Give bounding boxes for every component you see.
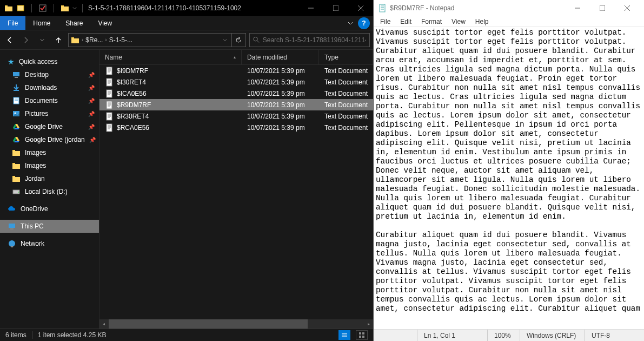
file-name: $I30RET4 bbox=[117, 78, 146, 86]
ribbon-collapse-button[interactable] bbox=[343, 16, 358, 30]
menu-edit[interactable]: Edit bbox=[396, 17, 416, 27]
folder-icon bbox=[4, 4, 13, 12]
menu-view[interactable]: View bbox=[447, 17, 470, 27]
gdrive-icon bbox=[12, 122, 21, 131]
horizontal-scrollbar[interactable]: ◂ ▸ bbox=[99, 319, 373, 329]
file-list[interactable]: $I9DM7RF10/07/2021 5:39 pmText Document$… bbox=[99, 65, 373, 319]
nav-item[interactable]: Google Drive (jordan📌 bbox=[0, 133, 99, 146]
back-button[interactable] bbox=[3, 34, 16, 47]
file-name: $RCA0E56 bbox=[117, 124, 149, 132]
nav-item[interactable]: Downloads📌 bbox=[0, 81, 99, 94]
address-dropdown-button[interactable] bbox=[221, 36, 229, 44]
network-header[interactable]: Network bbox=[0, 237, 99, 250]
search-input[interactable] bbox=[263, 36, 366, 44]
text-file-icon bbox=[105, 67, 114, 75]
scroll-right-button[interactable]: ▸ bbox=[364, 319, 373, 329]
navigation-pane[interactable]: ★Quick access Desktop📌Downloads📌Document… bbox=[0, 50, 99, 329]
recent-locations-button[interactable] bbox=[36, 34, 49, 47]
svg-rect-33 bbox=[11, 246, 13, 247]
scroll-left-button[interactable]: ◂ bbox=[99, 319, 109, 329]
pin-icon: 📌 bbox=[89, 137, 96, 143]
help-button[interactable]: ? bbox=[358, 17, 370, 29]
share-tab[interactable]: Share bbox=[58, 16, 90, 30]
chevron-right-icon[interactable]: › bbox=[82, 37, 83, 43]
column-name[interactable]: Name▴ bbox=[99, 50, 242, 64]
text-file-icon bbox=[105, 112, 114, 121]
minimize-button[interactable] bbox=[298, 0, 323, 16]
menu-file[interactable]: File bbox=[376, 17, 395, 27]
close-button[interactable] bbox=[615, 0, 640, 16]
file-row[interactable]: $RCA0E5610/07/2021 5:39 pmText Document bbox=[99, 122, 373, 133]
maximize-button[interactable] bbox=[323, 0, 348, 16]
desktop-icon bbox=[12, 70, 21, 79]
nav-item[interactable]: Images bbox=[0, 159, 99, 172]
pin-icon: 📌 bbox=[88, 72, 95, 78]
file-row[interactable]: $I30RET410/07/2021 5:39 pmText Document bbox=[99, 76, 373, 88]
menu-help[interactable]: Help bbox=[471, 17, 493, 27]
checkbox-qat-icon[interactable] bbox=[38, 4, 47, 12]
file-type: Text Document bbox=[319, 101, 373, 109]
quick-access-header[interactable]: ★Quick access bbox=[0, 55, 99, 68]
nav-item[interactable]: Documents📌 bbox=[0, 94, 99, 107]
home-tab[interactable]: Home bbox=[25, 16, 58, 30]
scrollbar-thumb[interactable] bbox=[109, 319, 308, 329]
network-icon bbox=[8, 239, 16, 248]
up-button[interactable] bbox=[52, 34, 65, 47]
file-date: 10/07/2021 5:39 pm bbox=[242, 101, 319, 109]
view-tab[interactable]: View bbox=[90, 16, 119, 30]
maximize-button[interactable] bbox=[590, 0, 615, 16]
svg-rect-67 bbox=[359, 332, 361, 335]
status-bar: 6 items 1 item selected 4.25 KB bbox=[0, 329, 373, 341]
star-icon: ★ bbox=[8, 57, 15, 66]
svg-line-13 bbox=[257, 41, 259, 43]
notepad-text-area[interactable]: Vivamus suscipit tortor eget felis portt… bbox=[374, 27, 644, 329]
column-date[interactable]: Date modified bbox=[242, 50, 319, 64]
file-type: Text Document bbox=[319, 67, 373, 75]
notepad-title: $R9DM7RF - Notepad bbox=[390, 4, 565, 12]
notepad-titlebar[interactable]: $R9DM7RF - Notepad bbox=[374, 0, 644, 16]
close-button[interactable] bbox=[348, 0, 373, 16]
file-row[interactable]: $I9DM7RF10/07/2021 5:39 pmText Document bbox=[99, 65, 373, 76]
nav-item[interactable]: Local Disk (D:) bbox=[0, 185, 99, 198]
svg-rect-1 bbox=[5, 6, 12, 11]
column-type[interactable]: Type bbox=[319, 50, 373, 64]
selection-info: 1 item selected 4.25 KB bbox=[38, 331, 107, 339]
folder-qat-icon[interactable] bbox=[61, 4, 69, 12]
this-pc-header[interactable]: This PC bbox=[0, 220, 99, 233]
minimize-button[interactable] bbox=[565, 0, 590, 16]
nav-item[interactable]: Pictures📌 bbox=[0, 107, 99, 120]
gdrive-icon bbox=[12, 135, 21, 144]
forward-button[interactable] bbox=[19, 34, 32, 47]
ribbon: File Home Share View ? bbox=[0, 16, 373, 30]
chevron-right-icon[interactable]: › bbox=[105, 37, 107, 43]
details-view-button[interactable] bbox=[338, 330, 350, 340]
file-name: $I9DM7RF bbox=[117, 67, 148, 75]
window-title: S-1-5-21-1788119604-121141710-4105371159… bbox=[88, 4, 298, 12]
nav-item[interactable]: Desktop📌 bbox=[0, 68, 99, 81]
onedrive-header[interactable]: OneDrive bbox=[0, 202, 99, 215]
breadcrumb-segment[interactable]: S-1-5-... bbox=[109, 36, 132, 44]
nav-item[interactable]: Jordan bbox=[0, 172, 99, 185]
file-list-pane: Name▴ Date modified Type $I9DM7RF10/07/2… bbox=[99, 50, 373, 329]
refresh-button[interactable] bbox=[232, 33, 246, 47]
nav-item[interactable]: Google Drive📌 bbox=[0, 120, 99, 133]
search-box[interactable] bbox=[249, 33, 370, 47]
file-name: $R9DM7RF bbox=[117, 101, 151, 109]
svg-point-29 bbox=[18, 192, 19, 193]
documents-icon bbox=[12, 96, 21, 105]
menu-format[interactable]: Format bbox=[417, 17, 446, 27]
file-tab[interactable]: File bbox=[0, 16, 25, 30]
svg-rect-23 bbox=[12, 151, 20, 156]
nav-item[interactable]: Images bbox=[0, 146, 99, 159]
address-bar[interactable]: › $Re... › S-1-5-... bbox=[68, 33, 232, 47]
text-file-icon bbox=[105, 89, 114, 98]
qat-dropdown-icon[interactable] bbox=[72, 6, 77, 10]
explorer-titlebar[interactable]: S-1-5-21-1788119604-121141710-4105371159… bbox=[0, 0, 373, 16]
folder-icon bbox=[12, 161, 21, 170]
file-row[interactable]: $ICA0E5610/07/2021 5:39 pmText Document bbox=[99, 88, 373, 99]
file-date: 10/07/2021 5:39 pm bbox=[242, 67, 319, 75]
breadcrumb-segment[interactable]: $Re... bbox=[85, 36, 103, 44]
thumbnails-view-button[interactable] bbox=[356, 330, 368, 340]
file-row[interactable]: $R9DM7RF10/07/2021 5:39 pmText Document bbox=[99, 99, 373, 110]
file-row[interactable]: $R30RET410/07/2021 5:39 pmText Document bbox=[99, 110, 373, 122]
